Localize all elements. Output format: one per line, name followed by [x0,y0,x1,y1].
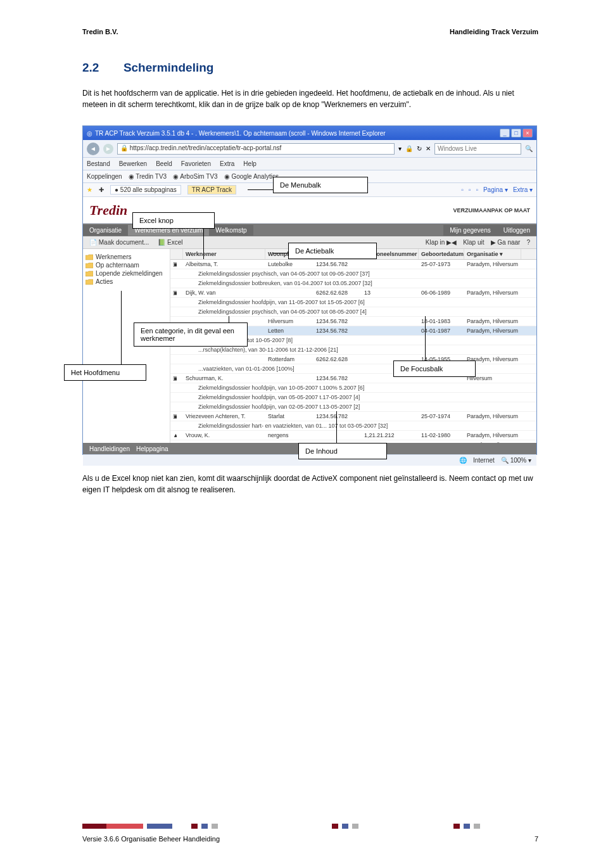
url-field[interactable]: 🔒 https://acp.tredin.net/tredin/acceptat… [117,143,395,155]
refresh-button[interactable]: ↻ [417,145,422,152]
zoom-control[interactable]: 🔍 100% ▾ [501,457,531,464]
cell: Dijk, W. van [183,288,265,297]
cell: Paradym, Hilversum [464,440,521,443]
menu-favorieten[interactable]: Favorieten [181,160,211,167]
cell: 06-06-1989 [419,288,464,297]
close-button[interactable]: × [522,129,533,137]
cell: Hilversum [265,317,314,326]
back-button[interactable]: ◄ [87,143,99,155]
callout-hoofdmenu: Het Hoofdmenu [64,364,146,381]
side-folder[interactable]: Op achternaam [86,261,167,269]
table-sub-row[interactable]: ...rschap(klachten), van 30-11-2006 tot … [170,345,536,355]
brand-tagline: VERZUIMAANPAK OP MAAT [453,207,531,214]
link-item[interactable]: ◉ ArboSim TV3 [173,173,218,180]
url-text: https://acp.tredin.net/tredin/acceptatie… [130,144,282,151]
table-sub-row[interactable]: Ziekmeldingsdossier hoofdpijn, van 05-05… [170,393,536,402]
search-input[interactable] [434,143,521,155]
color-segment [464,824,470,829]
add-favorite-icon[interactable]: ✚ [99,186,104,193]
app-tab[interactable]: Organisatie [83,225,128,236]
column-header[interactable]: Organisatie ▾ [464,249,521,259]
toolbar-menu[interactable]: Extra ▾ [513,186,533,193]
cell [265,288,314,297]
stop-button[interactable]: ✕ [426,145,431,152]
feed-icon[interactable]: ▫ [469,186,471,193]
make-document-link[interactable]: 📄 Maak document... [89,239,149,246]
maximize-button[interactable]: □ [511,129,521,137]
sub-pages-chip[interactable]: ● 520 alle subpaginas [110,185,181,195]
action-link[interactable]: ? [526,239,530,246]
table-row[interactable]: ▣Vriezeveen Achteren, T.Starlat1234.56.7… [170,412,536,421]
row-expand-icon[interactable]: ▣ [170,374,177,383]
excel-button[interactable]: 📗 Excel [158,239,182,246]
table-sub-row[interactable]: Ziekmeldingsdossier hoofdpijn, van 10-05… [170,383,536,393]
cell: Paradym, Hilversum [464,317,521,326]
toolbar-menu[interactable]: Pagina ▾ [483,186,508,193]
table-row[interactable]: ▣Albeitsma, T.Lutebolke1234.56.78225-07-… [170,260,536,269]
menu-help[interactable]: Help [243,160,256,167]
internet-zone-icon: 🌐 [459,457,467,464]
action-link[interactable]: Klap uit [463,239,484,246]
tredin-logo: Tredin [89,202,127,219]
column-header[interactable]: Geboortedatum ▾ [419,249,464,259]
side-folder[interactable]: Acties [86,278,167,286]
search-icon[interactable]: 🔍 [525,145,533,152]
link-item[interactable]: Koppelingen [87,173,122,180]
excel-label: Excel [167,239,182,246]
cell: Paradym, Hilversum [464,326,521,335]
active-tab[interactable]: TR ACP Track [187,185,236,195]
status-link[interactable]: Handleidingen [89,445,130,452]
cell: 1234.56.782 [314,412,362,421]
table-sub-row[interactable]: Ziekmeldingsdossier botbreuken, van 01-0… [170,279,536,288]
table-row[interactable]: ▲Vrouw, K.nergens1,21.21.21211-02-1980Pa… [170,431,536,440]
row-expand-icon[interactable]: ▲ [170,440,177,443]
status-link[interactable]: Helppagina [136,445,168,452]
ie-nav-row: ◄ ► 🔒 https://acp.tredin.net/tredin/acce… [83,140,536,158]
app-tab-right[interactable]: Mijn gegevens [443,225,497,236]
callout-actiebalk: De Actiebalk [288,243,377,259]
row-expand-icon[interactable]: ▣ [170,412,177,421]
table-sub-row[interactable]: Ziekmeldingsdossier hoofdpijn, van 02-05… [170,402,536,412]
table-sub-row[interactable]: ...vaatziekten, van 01-01-2006 [100%] [170,364,536,374]
table-row[interactable]: ▣Schuurman, K.1234.56.782Hilversum [170,374,536,383]
table-sub-row[interactable]: Ziekmeldingsdossier hart- en vaatziekten… [170,421,536,431]
menu-extra[interactable]: Extra [220,160,234,167]
home-icon[interactable]: ▫ [461,186,464,193]
minimize-button[interactable]: _ [500,129,510,137]
favorites-star-icon[interactable]: ★ [87,186,92,193]
action-link[interactable]: Klap in ▶◀ [426,239,457,246]
row-expand-icon[interactable]: ▲ [170,431,177,440]
table-sub-row[interactable]: Ziekmeldingsdossier psychisch, van 04-05… [170,307,536,317]
link-item[interactable]: ◉ Tredin TV3 [129,173,167,180]
forward-button[interactable]: ► [103,144,113,154]
row-expand-icon[interactable]: ▣ [170,288,177,297]
cell: 25-07-1973 [419,260,464,269]
cell: 11-02-1980 [419,431,464,440]
app-tab[interactable]: Welkomstp [209,225,253,236]
ie-window-title: TR ACP Track Verzuim 3.5.1 db 4 - . Werk… [95,130,386,137]
menu-bewerken[interactable]: Bewerken [119,160,147,167]
action-link[interactable]: ▶ Ga naar [491,239,521,246]
row-expand-icon[interactable]: ▣ [170,260,177,269]
cell: 1234.56.782 [314,317,362,326]
column-header[interactable]: Werknemer [183,249,265,259]
table-sub-row[interactable]: Ziekmeldingsdossier hoofdpijn, van 11-05… [170,298,536,307]
table-sub-row[interactable]: Ziekmeldingsdossier psychisch, van 04-05… [170,269,536,279]
cell [362,412,419,421]
cell: 1234.56.782 [314,374,362,383]
print-icon[interactable]: ▫ [476,186,478,193]
cell: Starlat [265,412,314,421]
section-title: Schermindeling [124,61,214,74]
color-segment [342,824,348,829]
table-row[interactable]: ▣Dijk, W. van6262.62.6281306-06-1989Para… [170,288,536,298]
row-expand-icon[interactable] [170,355,177,364]
menu-bestand[interactable]: Bestand [87,160,110,167]
link-item[interactable]: ◉ Google Analytics [224,173,279,180]
table-row[interactable]: Rotterdam6262.62.62814-05-1955Paradym, H… [170,355,536,364]
side-folder[interactable]: Werknemers [86,253,167,261]
go-button[interactable]: ▾ [398,145,402,152]
column-header[interactable] [170,249,183,259]
side-folder[interactable]: Lopende ziekmeldingen [86,269,167,278]
app-tab-right[interactable]: Uitloggen [497,225,536,236]
menu-beeld[interactable]: Beeld [156,160,172,167]
